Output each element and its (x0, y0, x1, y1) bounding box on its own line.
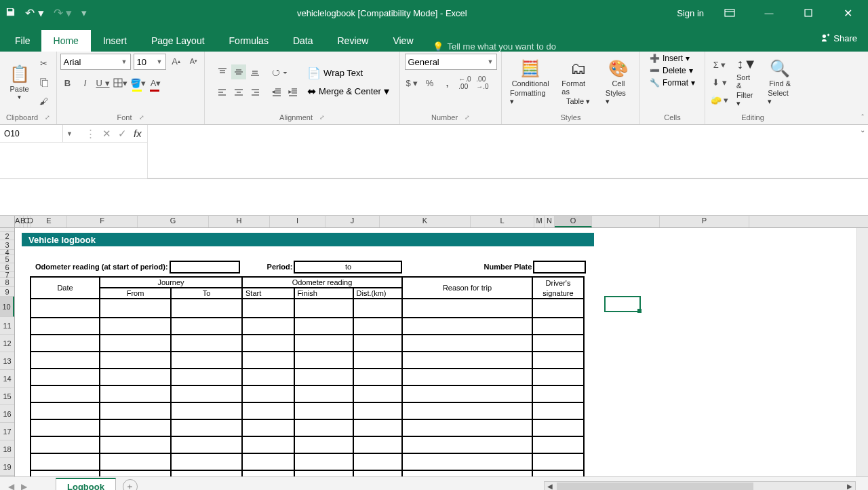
table-cell[interactable] (171, 385, 242, 402)
tab-insert[interactable]: Insert (91, 30, 139, 52)
column-header[interactable]: P (660, 216, 749, 227)
paste-button[interactable]: 📋 Paste ▼ (5, 63, 34, 102)
table-cell[interactable] (31, 453, 100, 470)
tell-me-search[interactable]: 💡 Tell me what you want to do (426, 41, 563, 52)
conditional-formatting-button[interactable]: 🧮ConditionalFormatting ▾ (506, 58, 555, 107)
column-header[interactable] (592, 216, 660, 227)
row-header[interactable]: 11 (0, 317, 14, 335)
merge-center-button[interactable]: ⬌Merge & Center ▾ (307, 85, 389, 98)
table-cell[interactable] (294, 299, 353, 318)
row-header[interactable]: 16 (0, 405, 14, 423)
table-cell[interactable] (294, 318, 353, 335)
expand-formula-icon[interactable]: ⌄ (860, 126, 865, 134)
table-cell[interactable] (171, 453, 242, 470)
chevron-down-icon[interactable]: ▼ (62, 125, 76, 142)
table-cell[interactable] (31, 352, 100, 369)
table-cell[interactable] (294, 335, 353, 352)
increase-indent-icon[interactable] (285, 85, 300, 100)
table-cell[interactable] (402, 419, 532, 436)
table-row[interactable] (31, 385, 584, 402)
table-cell[interactable] (532, 419, 584, 436)
row-headers[interactable]: 23456789101112131415161718192021 (0, 228, 15, 476)
qat-menu-icon[interactable]: ▾ (81, 7, 87, 19)
odometer-input[interactable] (170, 261, 240, 274)
tab-view[interactable]: View (380, 30, 425, 52)
align-top-icon[interactable] (215, 64, 230, 79)
column-header[interactable]: I (270, 216, 326, 227)
select-all-cell[interactable] (0, 216, 15, 227)
table-cell[interactable] (31, 436, 100, 453)
increase-font-icon[interactable]: A▴ (169, 54, 184, 69)
table-cell[interactable] (31, 385, 100, 402)
table-cell[interactable] (532, 318, 584, 335)
column-header[interactable]: H (209, 216, 270, 227)
table-cell[interactable] (294, 369, 353, 385)
column-header[interactable]: E (31, 216, 67, 227)
tab-home[interactable]: Home (41, 30, 91, 52)
table-cell[interactable] (402, 369, 532, 385)
row-header[interactable]: 14 (0, 370, 14, 388)
decrease-font-icon[interactable]: A▾ (186, 54, 201, 69)
table-cell[interactable] (353, 470, 402, 476)
table-row[interactable] (31, 453, 584, 470)
fill-color-icon[interactable]: 🪣 ▾ (131, 75, 146, 90)
align-bottom-icon[interactable] (248, 64, 262, 79)
dialog-launcher-icon[interactable]: ⤢ (45, 114, 50, 121)
table-cell[interactable] (353, 453, 402, 470)
table-cell[interactable] (242, 470, 294, 476)
scroll-right-icon[interactable]: ▶ (844, 483, 855, 490)
column-header[interactable]: L (471, 216, 534, 227)
table-cell[interactable] (402, 335, 532, 352)
horizontal-scrollbar[interactable]: ◀ ▶ (544, 481, 856, 491)
table-cell[interactable] (171, 335, 242, 352)
table-cell[interactable] (242, 436, 294, 453)
table-row[interactable] (31, 335, 584, 352)
table-cell[interactable] (171, 318, 242, 335)
vertical-scrollbar[interactable] (856, 228, 868, 476)
row-header[interactable]: 12 (0, 335, 14, 352)
table-cell[interactable] (353, 369, 402, 385)
tab-formulas[interactable]: Formulas (217, 30, 281, 52)
undo-icon[interactable]: ↶ ▾ (25, 6, 44, 20)
increase-decimal-icon[interactable]: ←.0.00 (458, 75, 473, 90)
table-cell[interactable] (353, 318, 402, 335)
column-header[interactable]: A (15, 216, 20, 227)
table-cell[interactable] (402, 453, 532, 470)
tab-review[interactable]: Review (326, 30, 381, 52)
table-cell[interactable] (353, 352, 402, 369)
table-cell[interactable] (532, 470, 584, 476)
table-cell[interactable] (171, 299, 242, 318)
table-cell[interactable] (171, 436, 242, 453)
align-middle-icon[interactable] (231, 64, 246, 79)
table-cell[interactable] (402, 385, 532, 402)
row-header[interactable]: 10 (0, 297, 14, 317)
table-cell[interactable] (294, 385, 353, 402)
row-header[interactable]: 19 (0, 458, 14, 476)
minimize-icon[interactable]: — (755, 0, 783, 26)
table-cell[interactable] (242, 369, 294, 385)
maximize-icon[interactable] (795, 0, 822, 26)
table-cell[interactable] (100, 318, 171, 335)
underline-icon[interactable]: U ▾ (96, 75, 111, 90)
redo-icon[interactable]: ↷ ▾ (54, 6, 73, 20)
table-cell[interactable] (171, 470, 242, 476)
fill-icon[interactable]: ⬇ ▾ (709, 75, 730, 90)
align-right-icon[interactable] (248, 85, 262, 100)
table-cell[interactable] (31, 369, 100, 385)
wrap-text-button[interactable]: 📄Wrap Text (307, 67, 389, 79)
align-left-icon[interactable] (215, 85, 230, 100)
table-cell[interactable] (31, 402, 100, 419)
table-cell[interactable] (402, 299, 532, 318)
table-cell[interactable] (242, 402, 294, 419)
prev-sheet-icon[interactable]: ◀ (8, 482, 14, 491)
table-cell[interactable] (353, 335, 402, 352)
table-cell[interactable] (242, 453, 294, 470)
table-cell[interactable] (242, 385, 294, 402)
table-cell[interactable] (294, 419, 353, 436)
row-header[interactable]: 5 (0, 255, 14, 263)
cut-icon[interactable]: ✂ (37, 56, 52, 71)
table-row[interactable] (31, 402, 584, 419)
table-cell[interactable] (353, 436, 402, 453)
row-header[interactable]: 13 (0, 352, 14, 370)
table-cell[interactable] (402, 352, 532, 369)
